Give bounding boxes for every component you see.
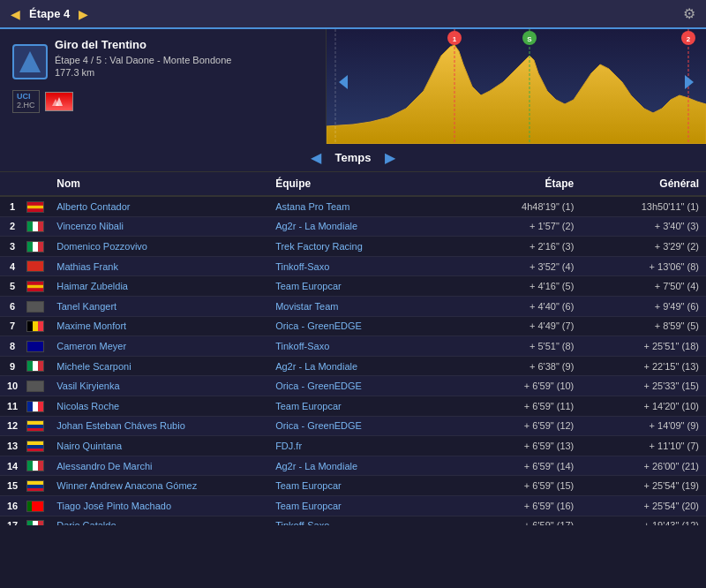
rider-name[interactable]: Johan Esteban Cháves Rubio [49, 416, 268, 436]
general-time: + 3'40" (3) [581, 216, 706, 237]
general-time: + 14'09" (9) [581, 416, 706, 436]
gear-icon[interactable]: ⚙ [683, 5, 695, 22]
team-name[interactable]: Team Europcar [268, 396, 456, 416]
svg-text:2: 2 [687, 35, 691, 43]
team-name[interactable]: Ag2r - La Mondiale [268, 216, 456, 237]
next-stage-button[interactable]: ▶ [79, 7, 88, 21]
rider-name[interactable]: Maxime Monfort [49, 316, 268, 336]
stage-time: + 2'16" (3) [456, 237, 582, 257]
tab-temps-label[interactable]: Temps [335, 151, 372, 164]
rank-cell: 8 [0, 336, 25, 357]
rank-cell: 10 [0, 376, 25, 396]
stage-time: + 4'40" (6) [456, 296, 582, 316]
rider-name[interactable]: Nicolas Roche [49, 396, 268, 416]
tab-prev-arrow[interactable]: ◀ [311, 149, 321, 166]
team-name[interactable]: Astana Pro Team [268, 196, 456, 216]
team-name[interactable]: Tinkoff-Saxo [268, 516, 456, 525]
profile-svg: 1 S 2 [327, 29, 706, 144]
rank-cell: 17 [0, 516, 25, 525]
col-rank [0, 172, 25, 196]
flag-icon [26, 420, 44, 432]
flag-cell [25, 516, 49, 525]
rider-name[interactable]: Vincenzo Nibali [49, 216, 268, 237]
flag-icon [26, 381, 44, 392]
rank-cell: 11 [0, 396, 25, 416]
flag-icon [26, 480, 44, 492]
team-name[interactable]: Team Europcar [268, 276, 456, 297]
rider-name[interactable]: Nairo Quintana [49, 436, 268, 456]
col-etape: Étape [456, 172, 582, 196]
team-name[interactable]: Tinkoff-Saxo [268, 256, 456, 276]
general-time: + 26'00" (21) [581, 456, 706, 476]
general-time: + 19'43" (12) [581, 516, 706, 525]
team-name[interactable]: Tinkoff-Saxo [268, 336, 456, 357]
results-table: Nom Équipe Étape Général 1 Alberto Conta… [0, 172, 706, 525]
stage-detail: Étape 4 / 5 : Val Daone - Monte Bondone [55, 55, 231, 65]
rider-name[interactable]: Dario Cataldo [49, 516, 268, 525]
header-bar: ◀ Étape 4 ▶ ⚙ [0, 0, 706, 29]
rider-name[interactable]: Vasil Kiryienka [49, 376, 268, 396]
team-name[interactable]: Team Europcar [268, 476, 456, 496]
col-flag [25, 172, 49, 196]
flag-icon [26, 341, 44, 352]
tab-row: ◀ Temps ▶ [0, 144, 706, 172]
team-name[interactable]: Orica - GreenEDGE [268, 376, 456, 396]
rank-cell: 14 [0, 456, 25, 476]
table-row: 15 Winner Andrew Anacona Gómez Team Euro… [0, 476, 706, 496]
team-name[interactable]: Ag2r - La Mondiale [268, 356, 456, 376]
rider-name[interactable]: Winner Andrew Anacona Gómez [49, 476, 268, 496]
team-name[interactable]: Orica - GreenEDGE [268, 316, 456, 336]
stage-title: Étape 4 [29, 7, 70, 20]
team-name[interactable]: Orica - GreenEDGE [268, 416, 456, 436]
table-row: 4 Mathias Frank Tinkoff-Saxo + 3'52" (4)… [0, 256, 706, 276]
prev-stage-button[interactable]: ◀ [11, 7, 20, 21]
team-name[interactable]: Movistar Team [268, 296, 456, 316]
stage-time: + 6'59" (10) [456, 376, 582, 396]
svg-text:1: 1 [453, 35, 457, 43]
team-name[interactable]: Ag2r - La Mondiale [268, 456, 456, 476]
rider-name[interactable]: Haimar Zubeldia [49, 276, 268, 297]
rider-name[interactable]: Mathias Frank [49, 256, 268, 276]
flag-cell [25, 436, 49, 456]
rank-cell: 7 [0, 316, 25, 336]
stage-time: + 1'57" (2) [456, 216, 582, 237]
team-name[interactable]: Trek Factory Racing [268, 237, 456, 257]
stage-time: + 6'59" (17) [456, 516, 582, 525]
stage-time: + 6'59" (11) [456, 396, 582, 416]
flag-icon [26, 401, 44, 412]
stage-time: + 4'16" (5) [456, 276, 582, 297]
race-name: Giro del Trentino [55, 38, 231, 51]
tab-next-arrow[interactable]: ▶ [385, 149, 395, 166]
stage-time: + 6'59" (15) [456, 476, 582, 496]
rank-cell: 1 [0, 196, 25, 216]
rider-name[interactable]: Alberto Contador [49, 196, 268, 216]
rider-name[interactable]: Tiago José Pinto Machado [49, 495, 268, 516]
general-time: + 7'50" (4) [581, 276, 706, 297]
rider-name[interactable]: Tanel Kangert [49, 296, 268, 316]
general-time: + 25'33" (15) [581, 376, 706, 396]
table-row: 14 Alessandro De Marchi Ag2r - La Mondia… [0, 456, 706, 476]
rider-name[interactable]: Cameron Meyer [49, 336, 268, 357]
rider-name[interactable]: Michele Scarponi [49, 356, 268, 376]
flag-icon [26, 201, 44, 213]
table-row: 11 Nicolas Roche Team Europcar + 6'59" (… [0, 396, 706, 416]
col-general: Général [581, 172, 706, 196]
team-name[interactable]: Team Europcar [268, 495, 456, 516]
general-time: + 8'59" (5) [581, 316, 706, 336]
rider-name[interactable]: Alessandro De Marchi [49, 456, 268, 476]
team-name[interactable]: FDJ.fr [268, 436, 456, 456]
results-table-wrapper[interactable]: Nom Équipe Étape Général 1 Alberto Conta… [0, 172, 706, 525]
table-row: 3 Domenico Pozzovivo Trek Factory Racing… [0, 237, 706, 257]
flag-cell [25, 276, 49, 297]
table-row: 9 Michele Scarponi Ag2r - La Mondiale + … [0, 356, 706, 376]
stage-time: + 6'59" (16) [456, 495, 582, 516]
rank-cell: 2 [0, 216, 25, 237]
table-row: 17 Dario Cataldo Tinkoff-Saxo + 6'59" (1… [0, 516, 706, 525]
rider-name[interactable]: Domenico Pozzovivo [49, 237, 268, 257]
flag-cell [25, 396, 49, 416]
stage-time: + 4'49" (7) [456, 316, 582, 336]
rank-cell: 9 [0, 356, 25, 376]
flag-icon [26, 520, 44, 525]
general-time: 13h50'11" (1) [581, 196, 706, 216]
stage-time: + 6'59" (14) [456, 456, 582, 476]
